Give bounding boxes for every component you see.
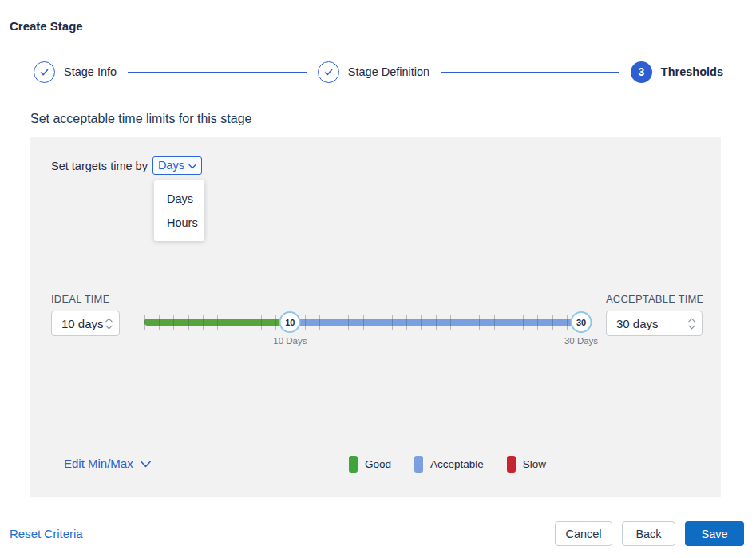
slider-handle[interactable]: 30 [571,311,592,333]
legend-item-acceptable: Acceptable [414,456,484,473]
slider-tick [465,315,465,330]
good-swatch [349,456,358,473]
legend-item-good: Good [349,456,391,473]
slider-handle-label: 10 Days [273,336,307,346]
page-title: Create Stage [10,19,83,33]
acceptable-time-input[interactable]: 30 days [606,311,703,336]
slider-tick [552,315,553,330]
slider-tick [523,315,524,330]
time-unit-select[interactable]: Days [152,156,202,175]
step-stage-definition[interactable]: Stage Definition [318,61,429,83]
slider-tick [392,315,393,330]
back-button[interactable]: Back [622,521,675,546]
step-label: Thresholds [661,65,723,78]
stepper-connector [441,72,619,73]
save-button[interactable]: Save [685,521,744,546]
check-circle-icon [318,61,339,83]
thresholds-panel: Set targets time by Days Days Hours IDEA… [30,137,721,497]
slider-tick [173,315,174,330]
slider-tick [261,315,262,330]
target-time-label: Set targets time by [51,160,148,172]
step-thresholds[interactable]: 3 Thresholds [631,61,723,83]
chevron-up-icon [688,318,695,323]
slider-tick [275,315,276,330]
slider-tick [334,315,334,330]
chevron-down-icon [141,457,151,470]
step-label: Stage Definition [348,65,429,78]
time-range-slider[interactable]: 1010 Days3030 Days [144,311,581,335]
edit-minmax-link[interactable]: Edit Min/Max [64,457,151,470]
legend-item-slow: Slow [507,456,546,473]
slider-tick [436,315,437,330]
slider-tick [421,315,422,330]
slider-tick [406,315,407,330]
acceptable-swatch [414,456,423,473]
cancel-button[interactable]: Cancel [555,521,612,546]
slider-tick [247,315,247,330]
slider-tick [188,315,189,330]
legend-label: Good [365,458,391,470]
chevron-down-icon [105,325,113,330]
time-unit-value: Days [158,159,184,172]
ideal-time-stepper[interactable] [105,318,113,330]
footer-buttons: Cancel Back Save [555,521,744,546]
slider-tick [494,315,495,330]
acceptable-time-stepper[interactable] [688,318,695,330]
slider-tick [232,315,232,330]
chevron-up-icon [105,318,113,323]
slider-tick [319,315,320,330]
slider-tick [479,315,480,330]
dropdown-option-days[interactable]: Days [154,187,204,211]
legend-label: Acceptable [430,458,484,470]
ideal-time-input[interactable]: 10 days [51,311,120,336]
slow-swatch [507,456,516,473]
slider-tick [509,315,509,330]
slider-tick [450,315,451,330]
slider-tick [159,315,160,330]
slider-handle[interactable]: 10 [279,311,301,333]
edit-minmax-label: Edit Min/Max [64,457,133,470]
slider-tick [217,315,218,330]
slider-tick [144,315,145,330]
slider-tick [305,315,306,330]
slider-handle-label: 30 Days [564,336,598,346]
stepper-connector [128,72,307,73]
check-circle-icon [34,61,55,83]
reset-criteria-link[interactable]: Reset Criteria [10,527,83,540]
acceptable-time-label: ACCEPTABLE TIME [606,293,703,305]
target-time-row: Set targets time by Days [51,156,202,175]
acceptable-time-value: 30 days [616,317,659,330]
stepper: Stage Info Stage Definition 3 Thresholds [34,61,723,83]
ideal-time-label: IDEAL TIME [51,293,110,305]
time-unit-dropdown-menu: Days Hours [154,180,204,241]
step-stage-info[interactable]: Stage Info [34,61,117,83]
ideal-time-value: 10 days [61,317,104,330]
legend: Good Acceptable Slow [349,456,569,473]
legend-label: Slow [523,458,546,470]
dropdown-option-hours[interactable]: Hours [154,211,204,235]
slider-tick [378,315,378,330]
slider-tick [537,315,538,330]
slider-tick [203,315,204,330]
chevron-down-icon [688,325,695,330]
slider-tick [348,315,349,330]
chevron-down-icon [188,159,196,172]
slider-tick [567,315,568,330]
section-heading: Set acceptable time limits for this stag… [30,112,251,126]
step-label: Stage Info [64,65,117,78]
slider-tick [363,315,364,330]
step-number-badge: 3 [631,61,652,83]
